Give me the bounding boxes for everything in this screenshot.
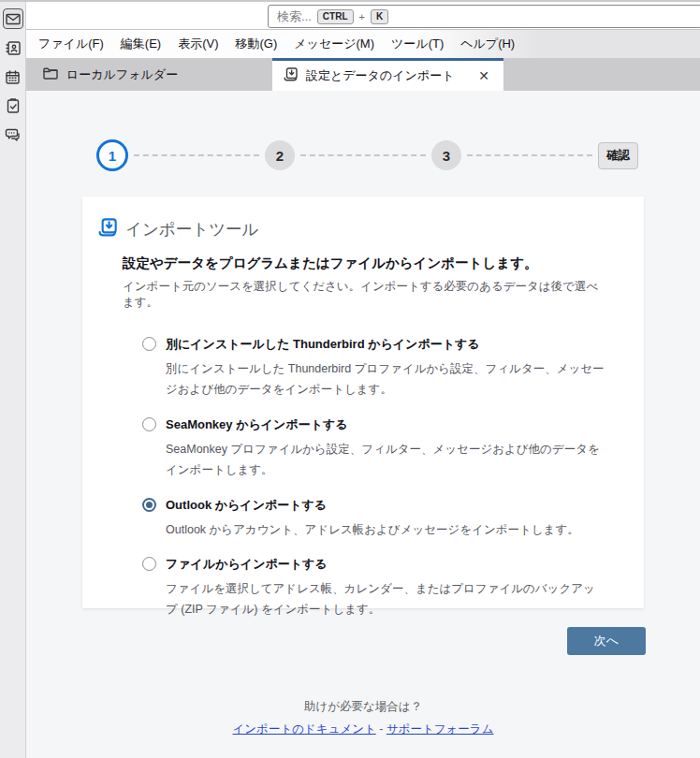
tasks-icon bbox=[7, 98, 20, 113]
address-book-space-button[interactable] bbox=[3, 37, 23, 58]
menu-file[interactable]: ファイル(F) bbox=[30, 32, 112, 56]
shortcut-k-key: K bbox=[371, 9, 388, 24]
wizard-description: インポート元のソースを選択してください。インポートする必要のあるデータは後で選べ… bbox=[123, 279, 606, 311]
menu-message[interactable]: メッセージ(M) bbox=[285, 32, 383, 56]
mail-space-button[interactable] bbox=[3, 8, 23, 29]
option-label: SeaMonkey からインポートする bbox=[166, 416, 606, 433]
radio-button[interactable] bbox=[142, 337, 156, 351]
tab-local-folders[interactable]: ローカルフォルダー bbox=[30, 58, 191, 91]
next-button[interactable]: 次へ bbox=[567, 627, 646, 655]
mail-icon bbox=[6, 13, 21, 25]
help-text: 助けが必要な場合は？ bbox=[26, 699, 700, 715]
tab-import-settings[interactable]: 設定とデータのインポート ✕ bbox=[272, 58, 503, 91]
step-2: 2 bbox=[265, 140, 295, 170]
link-separator: - bbox=[379, 722, 383, 736]
option-description: SeaMonkey プロファイルから設定、フィルター、メッセージおよび他のデータ… bbox=[166, 440, 606, 481]
calendar-space-button[interactable] bbox=[3, 66, 23, 87]
search-placeholder: 検索... bbox=[277, 8, 312, 25]
import-tool-card: インポートツール 設定やデータをプログラムまたはファイルからインポートします。 … bbox=[82, 197, 644, 608]
option-label: Outlook からインポートする bbox=[166, 497, 579, 514]
shortcut-ctrl-key: CTRL bbox=[317, 9, 354, 24]
thunderbird-window: 検索... CTRL + K ファイル(F) 編集(E) 表示(V) 移動(G)… bbox=[0, 0, 700, 758]
menu-edit[interactable]: 編集(E) bbox=[112, 32, 169, 56]
chat-space-button[interactable] bbox=[3, 124, 23, 145]
menu-view[interactable]: 表示(V) bbox=[169, 32, 226, 56]
radio-button[interactable] bbox=[142, 498, 156, 512]
menu-go[interactable]: 移動(G) bbox=[227, 32, 286, 56]
option-file[interactable]: ファイルからインポートする ファイルを選択してアドレス帳、カレンダー、またはプロ… bbox=[142, 556, 606, 620]
support-forum-link[interactable]: サポートフォーラム bbox=[386, 722, 494, 736]
step-3: 3 bbox=[431, 140, 461, 170]
option-outlook[interactable]: Outlook からインポートする Outlook からアカウント、アドレス帳お… bbox=[142, 497, 606, 541]
menu-tools[interactable]: ツール(T) bbox=[383, 32, 452, 56]
option-description: ファイルを選択してアドレス帳、カレンダー、またはプロファイルのバックアップ (Z… bbox=[166, 579, 606, 620]
option-label: ファイルからインポートする bbox=[166, 556, 606, 573]
folder-icon bbox=[43, 67, 58, 82]
option-description: 別にインストールした Thunderbird プロファイルから設定、フィルター、… bbox=[166, 359, 606, 401]
tasks-space-button[interactable] bbox=[3, 95, 23, 116]
import-docs-link[interactable]: インポートのドキュメント bbox=[233, 722, 376, 736]
step-confirm-badge: 確認 bbox=[598, 142, 638, 169]
import-tool-icon bbox=[98, 218, 117, 241]
tab-label: ローカルフォルダー bbox=[66, 66, 178, 83]
step-connector bbox=[467, 154, 592, 156]
chat-icon bbox=[5, 128, 21, 142]
tab-label: 設定とデータのインポート bbox=[306, 67, 465, 84]
radio-button[interactable] bbox=[142, 557, 156, 571]
step-1: 1 bbox=[96, 139, 128, 171]
import-icon bbox=[284, 67, 298, 84]
menu-bar: ファイル(F) 編集(E) 表示(V) 移動(G) メッセージ(M) ツール(T… bbox=[26, 30, 700, 58]
option-description: Outlook からアカウント、アドレス帳およびメッセージをインポートします。 bbox=[166, 520, 579, 541]
tab-strip: ローカルフォルダー 設定とデータのインポート ✕ bbox=[26, 58, 700, 91]
option-thunderbird[interactable]: 別にインストールした Thunderbird からインポートする 別にインストー… bbox=[142, 336, 606, 401]
spaces-toolbar bbox=[0, 2, 26, 758]
menu-help[interactable]: ヘルプ(H) bbox=[452, 32, 523, 56]
address-book-icon bbox=[6, 41, 21, 55]
page-title: インポートツール bbox=[125, 218, 258, 241]
import-wizard-page: 1 2 3 確認 インポートツール 設定やデータをプログラムまたはファイルからイ… bbox=[26, 91, 700, 758]
shortcut-plus: + bbox=[359, 11, 365, 22]
global-search[interactable]: 検索... CTRL + K bbox=[268, 5, 700, 28]
wizard-stepper: 1 2 3 確認 bbox=[96, 139, 638, 171]
step-connector bbox=[134, 154, 259, 156]
step-connector bbox=[300, 154, 426, 156]
option-label: 別にインストールした Thunderbird からインポートする bbox=[166, 336, 606, 353]
wizard-subtitle: 設定やデータをプログラムまたはファイルからインポートします。 bbox=[123, 255, 606, 272]
unified-toolbar: 検索... CTRL + K bbox=[26, 2, 700, 30]
import-source-options: 別にインストールした Thunderbird からインポートする 別にインストー… bbox=[142, 336, 606, 620]
calendar-icon bbox=[6, 70, 20, 84]
help-footer: 助けが必要な場合は？ インポートのドキュメント - サポートフォーラム bbox=[26, 699, 700, 737]
radio-button[interactable] bbox=[142, 417, 156, 431]
close-icon[interactable]: ✕ bbox=[474, 66, 494, 85]
option-seamonkey[interactable]: SeaMonkey からインポートする SeaMonkey プロファイルから設定… bbox=[142, 416, 606, 481]
